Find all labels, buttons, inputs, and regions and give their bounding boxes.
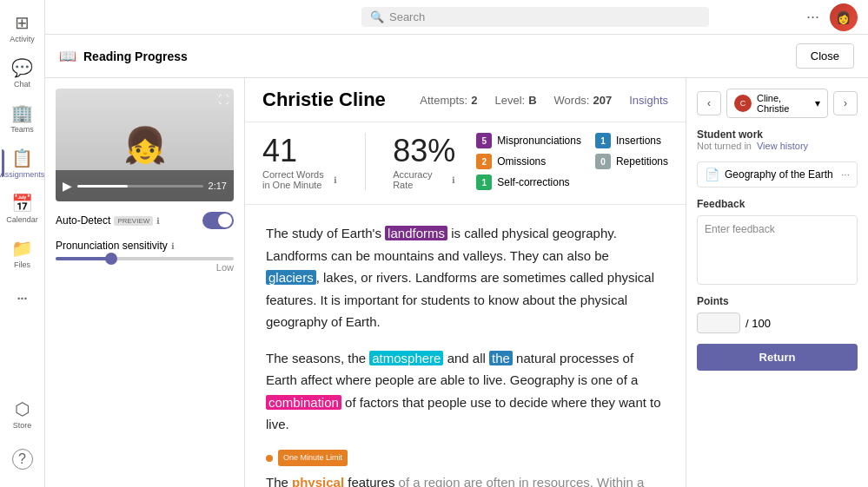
next-student-button[interactable]: › — [833, 91, 858, 115]
points-row: / 100 — [697, 313, 858, 333]
student-name: Christie Cline — [262, 89, 386, 111]
sidebar-item-activity[interactable]: ⊞ Activity — [2, 7, 43, 49]
sidebar-item-teams[interactable]: 🏢 Teams — [2, 97, 43, 139]
sidebar-item-assignments[interactable]: 📋 Assignments — [2, 142, 43, 184]
search-icon: 🔍 — [370, 10, 384, 23]
omissions-label: Omissions — [497, 155, 546, 168]
right-panel: ‹ C Cline, Christie ▾ › Student work Not… — [686, 78, 868, 487]
highlight-atmosphere: atmosphere — [369, 351, 443, 365]
auto-detect-info-icon[interactable]: ℹ — [156, 216, 160, 226]
correct-words-value: 41 — [262, 133, 337, 169]
help-icon: ? — [12, 449, 33, 470]
one-minute-marker-line: One Minute Limit — [266, 450, 665, 468]
insights-link[interactable]: Insights — [629, 94, 668, 107]
attempts-value: 2 — [471, 94, 477, 107]
level-value: B — [528, 94, 536, 107]
teams-icon: 🏢 — [11, 102, 33, 123]
student-meta: Attempts: 2 Level: B Words: 207 Insights — [420, 94, 668, 107]
highlight-glaciers: glaciers — [266, 270, 316, 285]
student-work-title: Student work — [697, 128, 858, 141]
repetitions-label: Repetitions — [616, 155, 668, 168]
insertions-error: 1 Insertions — [595, 133, 668, 148]
return-button[interactable]: Return — [697, 344, 858, 371]
points-input[interactable] — [697, 313, 740, 333]
accuracy-info-icon[interactable]: ℹ — [452, 175, 455, 185]
sidebar-item-calendar[interactable]: 📅 Calendar — [2, 188, 43, 229]
sidebar: ⊞ Activity 💬 Chat 🏢 Teams 📋 Assignments … — [0, 0, 45, 487]
points-max-label: / 100 — [745, 317, 771, 330]
sidebar-item-more[interactable]: ··· — [2, 278, 43, 319]
sensitivity-info-icon[interactable]: ℹ — [171, 241, 175, 251]
sidebar-item-store[interactable]: ⬡ Store — [2, 393, 43, 435]
mispronunciations-label: Mispronunciations — [497, 135, 581, 147]
assignment-icon: 📄 — [705, 168, 719, 181]
view-history-link[interactable]: View history — [757, 141, 808, 151]
accuracy-value: 83% — [393, 133, 455, 169]
sidebar-item-chat[interactable]: 💬 Chat — [2, 52, 43, 94]
files-icon: 📁 — [11, 238, 33, 259]
accuracy-label: Accuracy Rate ℹ — [393, 169, 455, 190]
correct-words-label: Correct Words in One Minute ℹ — [262, 169, 337, 190]
reading-paragraph-3: One Minute Limit The physical features o… — [266, 450, 665, 488]
highlight-physical: physical — [292, 475, 344, 487]
assignment-item: 📄 Geography of the Earth ··· — [697, 161, 858, 188]
student-navigation: ‹ C Cline, Christie ▾ › — [697, 89, 858, 118]
correct-words-info-icon[interactable]: ℹ — [334, 175, 337, 185]
feedback-title: Feedback — [697, 198, 858, 210]
video-time: 2:17 — [209, 181, 227, 191]
auto-detect-toggle[interactable] — [202, 212, 234, 229]
left-panel: 👧 ⛶ ▶ 2:17 Auto-Detect PREVIEW ℹ — [45, 78, 245, 487]
more-options-icon[interactable]: ··· — [806, 8, 819, 26]
student-work-section: Student work Not turned in View history — [697, 128, 858, 151]
sensitivity-label: Pronunciation sensitivity — [56, 240, 168, 252]
close-button[interactable]: Close — [796, 43, 854, 69]
reading-paragraph-2: The seasons, the atmosphere and all the … — [266, 347, 665, 436]
insertions-label: Insertions — [616, 135, 661, 147]
attempts-label: Attempts: — [420, 94, 467, 107]
student-mini-avatar: C — [734, 95, 752, 112]
sidebar-item-help[interactable]: ? — [2, 438, 43, 480]
feedback-placeholder: Enter feedback — [705, 223, 775, 235]
words-value: 207 — [593, 94, 612, 107]
one-minute-marker: One Minute Limit — [278, 450, 348, 466]
play-button[interactable]: ▶ — [63, 179, 72, 193]
middle-panel: Christie Cline Attempts: 2 Level: B Word… — [245, 78, 686, 487]
store-icon: ⬡ — [15, 398, 30, 419]
video-controls: ▶ 2:17 — [56, 170, 234, 201]
content-row: 👧 ⛶ ▶ 2:17 Auto-Detect PREVIEW ℹ — [45, 78, 868, 487]
error-col-1: 5 Mispronunciations 2 Omissions 1 Self-c… — [476, 133, 581, 190]
words-label: Words: — [554, 94, 590, 107]
reading-progress-icon: 📖 — [59, 48, 76, 64]
calendar-icon: 📅 — [11, 193, 33, 214]
video-thumbnail: 👧 ⛶ ▶ 2:17 — [56, 89, 234, 201]
assignment-more-button[interactable]: ··· — [841, 168, 850, 181]
marker-dot — [266, 455, 273, 462]
feedback-section: Feedback Enter feedback — [697, 198, 858, 285]
self-corrections-badge: 1 — [476, 174, 492, 190]
assignments-icon: 📋 — [11, 148, 33, 168]
accuracy-stat: 83% Accuracy Rate ℹ — [393, 133, 455, 190]
not-turned-in-label: Not turned in — [697, 141, 752, 151]
user-avatar[interactable]: 👩 — [830, 3, 858, 31]
prev-student-button[interactable]: ‹ — [697, 91, 721, 115]
highlight-the: the — [489, 351, 513, 365]
sensitivity-slider[interactable] — [56, 257, 234, 260]
repetitions-badge: 0 — [595, 154, 611, 169]
error-col-2: 1 Insertions 0 Repetitions — [595, 133, 668, 190]
search-bar[interactable]: 🔍 Search — [361, 7, 709, 27]
slider-fill — [56, 257, 109, 260]
level-meta: Level: B — [494, 94, 536, 107]
auto-detect-row: Auto-Detect PREVIEW ℹ — [56, 212, 234, 229]
mispronunciations-error: 5 Mispronunciations — [476, 133, 581, 148]
self-corrections-label: Self-corrections — [497, 176, 569, 188]
student-selector[interactable]: C Cline, Christie ▾ — [726, 89, 828, 118]
activity-icon: ⊞ — [15, 12, 30, 33]
points-section: Points / 100 — [697, 295, 858, 333]
expand-icon[interactable]: ⛶ — [218, 94, 229, 106]
feedback-input[interactable]: Enter feedback — [697, 215, 858, 285]
highlight-landforms: landforms — [385, 226, 447, 240]
toggle-knob — [218, 214, 232, 227]
highlight-combination: combination — [266, 395, 341, 410]
sidebar-item-files[interactable]: 📁 Files — [2, 233, 43, 274]
sensitivity-row: Pronunciation sensitivity ℹ Low — [56, 240, 234, 273]
